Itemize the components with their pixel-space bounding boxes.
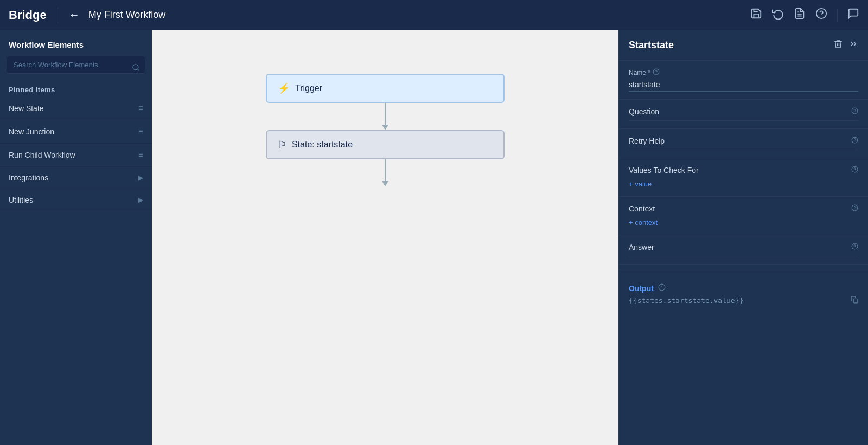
run-child-workflow-label: Run Child Workflow [9, 151, 138, 159]
sidebar-item-integrations[interactable]: Integrations ▶ [0, 167, 152, 189]
new-state-label: New State [9, 104, 138, 113]
state-icon: ⚐ [278, 139, 286, 151]
sidebar-item-new-state[interactable]: New State ≡ [0, 97, 152, 120]
header-vertical-divider [837, 9, 838, 22]
workflow-title: My First Workflow [88, 9, 166, 21]
pinned-items-label: Pinned Items [0, 80, 152, 97]
sidebar-item-utilities[interactable]: Utilities ▶ [0, 189, 152, 211]
save-icon[interactable] [750, 8, 762, 22]
panel-title: Startstate [629, 40, 674, 51]
name-help-icon[interactable] [653, 68, 660, 77]
right-panel-header: Startstate [619, 30, 868, 61]
new-junction-label: New Junction [9, 127, 138, 136]
retry-help-header: Retry Help [629, 137, 858, 145]
output-header: Output [629, 283, 858, 293]
header-left: Bridge ← My First Workflow [9, 7, 165, 23]
question-field: Question [619, 100, 868, 129]
delete-icon[interactable] [833, 39, 843, 51]
output-section: Output {{states.startstate.value}} [619, 276, 868, 313]
connector-arrow-1 [382, 125, 388, 130]
header: Bridge ← My First Workflow [0, 0, 868, 30]
back-arrow[interactable]: ← [69, 9, 80, 21]
undo-icon[interactable] [772, 8, 784, 22]
context-header: Context [629, 204, 858, 213]
answer-label: Answer [629, 243, 654, 251]
drag-icon-new-junction: ≡ [138, 127, 143, 137]
name-field-value[interactable]: startstate [629, 80, 858, 89]
panel-icons [833, 39, 858, 51]
trigger-label: Trigger [295, 83, 322, 93]
state-node[interactable]: ⚐ State: startstate [266, 130, 505, 159]
answer-section: Answer [619, 235, 868, 265]
header-right [750, 8, 859, 22]
question-label: Question [629, 107, 659, 116]
retry-help-icon[interactable] [851, 137, 858, 145]
values-to-check-help-icon[interactable] [851, 166, 858, 175]
integrations-label: Integrations [9, 173, 138, 182]
drag-icon-run-child-workflow: ≡ [138, 150, 143, 160]
add-context-link[interactable]: + context [629, 218, 658, 227]
question-field-header: Question [629, 107, 858, 116]
connector-line-2 [385, 159, 386, 181]
context-help-icon[interactable] [851, 204, 858, 213]
integrations-chevron-icon: ▶ [138, 174, 143, 182]
header-divider [58, 7, 58, 23]
output-label: Output [629, 284, 654, 293]
context-label: Context [629, 204, 655, 213]
workflow-canvas: ⚡ Trigger ⚐ State: startstate [152, 30, 618, 445]
add-value-link[interactable]: + value [629, 180, 652, 188]
search-input[interactable] [7, 56, 145, 74]
utilities-chevron-icon: ▶ [138, 196, 143, 204]
context-section: Context + context [619, 197, 868, 235]
canvas-area[interactable]: ⚡ Trigger ⚐ State: startstate [152, 30, 618, 445]
utilities-label: Utilities [9, 196, 138, 204]
collapse-panel-icon[interactable] [848, 39, 858, 51]
output-info-icon[interactable] [658, 283, 666, 293]
answer-help-icon[interactable] [851, 243, 858, 251]
search-icon [132, 63, 140, 73]
sidebar-section-title: Workflow Elements [0, 30, 152, 56]
chat-icon[interactable] [847, 8, 859, 22]
values-to-check-header: Values To Check For [629, 166, 858, 175]
trigger-node[interactable]: ⚡ Trigger [266, 74, 505, 103]
help-icon[interactable] [815, 8, 827, 22]
svg-point-4 [133, 64, 138, 69]
right-panel: Startstate Name * startstate [618, 30, 868, 445]
values-to-check-label: Values To Check For [629, 166, 699, 175]
search-container [0, 56, 152, 80]
sidebar: Workflow Elements Pinned Items New State… [0, 30, 152, 445]
document-icon[interactable] [794, 8, 806, 22]
trigger-icon: ⚡ [278, 82, 290, 94]
brand-title: Bridge [9, 8, 47, 22]
state-label: State: startstate [292, 140, 353, 150]
output-value: {{states.startstate.value}} [629, 296, 743, 305]
svg-rect-27 [853, 299, 858, 303]
values-to-check-section: Values To Check For + value [619, 158, 868, 197]
sidebar-item-run-child-workflow[interactable]: Run Child Workflow ≡ [0, 144, 152, 167]
answer-header: Answer [629, 243, 858, 251]
svg-line-5 [137, 69, 139, 70]
drag-icon-new-state: ≡ [138, 104, 143, 113]
name-field-label: Name * [629, 68, 858, 77]
retry-help-field: Retry Help [619, 129, 868, 158]
connector-arrow-2 [382, 181, 388, 186]
retry-help-label: Retry Help [629, 137, 665, 145]
question-help-icon[interactable] [851, 107, 858, 116]
name-field: Name * startstate [619, 61, 868, 100]
main-layout: Workflow Elements Pinned Items New State… [0, 30, 868, 445]
connector-line-1 [385, 103, 386, 125]
copy-icon[interactable] [851, 296, 858, 305]
sidebar-item-new-junction[interactable]: New Junction ≡ [0, 120, 152, 144]
